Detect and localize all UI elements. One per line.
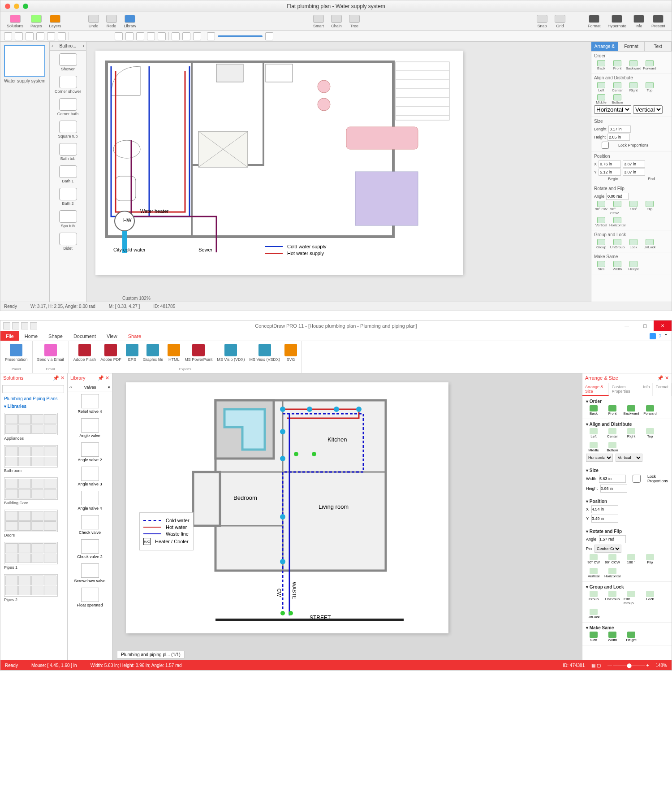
library-item[interactable]: Screwdown valve [68,561,112,585]
smart-button[interactable]: Smart [310,14,327,29]
zoom-in-tool[interactable] [172,32,180,40]
pos-y[interactable] [591,515,618,523]
drawing-page[interactable]: HW Water heater City cold water Sewer Co… [95,51,463,275]
presentation-button[interactable]: Presentation [4,343,29,367]
tool-b[interactable] [125,32,134,40]
tab-info[interactable]: Info [640,383,653,396]
library-group[interactable]: Pipes 2 [0,572,67,604]
tool-d[interactable] [147,32,155,40]
tab-arrange[interactable]: Arrange & Size [582,383,609,396]
insp-action[interactable]: Height [626,261,641,271]
tab-view[interactable]: View [101,331,123,341]
format-button[interactable]: Format [585,14,603,29]
export-button[interactable]: Adobe Flash [73,343,97,367]
qat-save-icon[interactable] [3,322,10,329]
insp-action[interactable]: Forward [642,405,658,416]
pen-tool[interactable] [58,32,66,40]
insp-action[interactable]: Backward [626,60,641,70]
export-button[interactable]: MS Visio (VDX) [216,343,246,367]
insp-action[interactable]: Back [594,60,608,70]
library-item[interactable]: Angle valve 2 [68,440,112,464]
library-item[interactable]: Check valve [68,512,112,537]
align-h-select[interactable]: Horizontal [586,454,613,462]
export-button[interactable]: Adobe PDF [99,343,122,367]
qat-print-icon[interactable] [30,322,37,329]
align-h-select[interactable]: Horizontal [594,105,631,114]
snap-button[interactable]: Snap [534,14,550,29]
tab-arrange[interactable]: Arrange & Size [591,42,618,51]
zoom-slider[interactable] [218,35,263,37]
insp-action[interactable]: Center [610,82,625,92]
insp-action[interactable]: Top [642,428,658,438]
redo-button[interactable]: Redo [103,14,120,29]
canvas[interactable]: HW Water heater City cold water Sewer Co… [86,42,591,302]
tool-a[interactable] [115,32,123,40]
library-item[interactable]: Angle valve 3 [68,464,112,488]
insp-action[interactable]: Vertical [594,217,608,227]
view-icons[interactable]: ▦ ▢ [591,663,601,668]
stencil-item[interactable]: Corner bath [50,95,86,118]
insp-action[interactable]: Edit Group [624,591,639,605]
page-tab[interactable]: Plumbing and piping pl... (1/1) [117,651,185,658]
stencil-item[interactable]: Bath 1 [50,163,86,185]
height-input[interactable] [607,134,630,141]
minimize-icon[interactable] [14,4,19,9]
insp-action[interactable]: 90° CCW [605,554,620,564]
solutions-button[interactable]: Solutions [4,14,26,29]
insp-action[interactable]: Flip [642,554,658,564]
library-item[interactable]: Float operated [68,585,112,609]
zoom-minus-icon[interactable] [207,32,215,40]
minimize-button[interactable]: — [618,320,636,331]
stencil-item[interactable]: Bath tub [50,140,86,163]
collapse-ribbon-icon[interactable]: ⌃ [664,333,668,339]
export-button[interactable]: HTML [167,343,181,367]
pin-icon[interactable]: 📌 ✕ [53,375,65,381]
pin-icon[interactable]: 📌 ✕ [98,375,109,381]
insp-action[interactable]: Right [624,428,639,438]
chain-button[interactable]: Chain [328,14,345,29]
insp-action[interactable]: UnLock [586,609,601,619]
stencil-item[interactable]: Square tub [50,118,86,140]
export-button[interactable]: MS Visio (VSDX) [249,343,281,367]
insp-action[interactable]: Width [610,261,625,271]
angle-input[interactable] [599,535,626,543]
library-category[interactable]: Valves [84,385,96,390]
align-v-select[interactable]: Vertical [633,105,663,114]
canvas[interactable]: Kitchen Bedroom Living room CW WASTE STR… [112,373,582,660]
present-button[interactable]: Present [649,14,668,29]
insp-action[interactable]: Horizontal [610,217,625,227]
solutions-search[interactable] [2,385,64,393]
insp-action[interactable]: Middle [594,94,608,104]
insp-action[interactable]: Middle [586,442,601,452]
insp-action[interactable]: Height [624,632,639,642]
insp-action[interactable]: Front [610,60,625,70]
height-input[interactable] [600,485,627,493]
insp-action[interactable]: UnLock [642,239,657,249]
insp-action[interactable]: Horizontal [605,568,620,578]
fit-tool[interactable] [193,32,201,40]
tab-share[interactable]: Share [123,331,146,341]
pos-x[interactable] [591,505,618,513]
tab-document[interactable]: Document [68,331,101,341]
stencil-item[interactable]: Spa tub [50,208,86,230]
ellipse-tool[interactable] [26,32,34,40]
insp-action[interactable]: Right [626,82,641,92]
tab-format[interactable]: Format [618,42,645,51]
stencil-item[interactable]: Shower [50,51,86,73]
insp-action[interactable]: Center [605,428,620,438]
hypernote-button[interactable]: Hypernote [605,14,629,29]
library-group[interactable]: Building Core [0,475,67,507]
lock-check[interactable] [629,475,645,483]
stencil-category[interactable]: Bathro... [60,43,77,48]
insp-action[interactable]: 90° CW [586,554,601,564]
stencil-item[interactable]: Bath 2 [50,185,86,208]
pin-select[interactable]: Center-Center [594,545,621,553]
insp-action[interactable]: UnGroup [610,239,625,249]
angle-input[interactable] [606,193,629,200]
export-button[interactable]: SVG [284,343,298,367]
length-input[interactable] [608,126,631,133]
insp-action[interactable]: 180° [626,201,641,215]
tab-text[interactable]: Text [645,42,672,51]
width-input[interactable] [599,475,626,483]
insp-action[interactable]: Back [586,405,601,416]
